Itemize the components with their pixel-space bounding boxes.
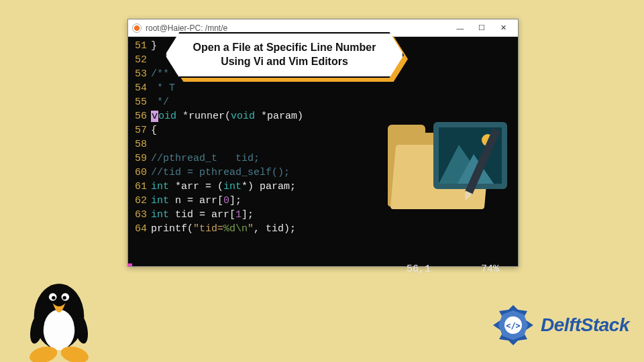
svg-point-5: [62, 296, 66, 299]
delftstack-logo: </> DelftStack: [491, 303, 629, 347]
maximize-button[interactable]: ☐: [471, 20, 492, 36]
title-banner: Open a File at Specific Line Number Usin…: [165, 32, 404, 78]
scroll-percent: 74%: [481, 262, 499, 276]
delftstack-text: DelftStack: [541, 314, 629, 336]
window-title: root@Haier-PC: /mnt/e: [146, 23, 449, 33]
svg-point-1: [44, 310, 75, 351]
code-line: 64printf("tid=%d\n", tid);: [131, 222, 515, 236]
cursor-position: 56,1: [407, 262, 431, 276]
banner-line-1: Open a File at Specific Line Number: [193, 41, 376, 55]
code-line: 55 */: [131, 95, 515, 109]
window-controls: — ☐ ✕: [449, 20, 514, 36]
folder-image-graphic: [386, 127, 500, 221]
delftstack-badge-icon: </>: [491, 303, 535, 347]
svg-point-4: [52, 296, 55, 299]
code-line: 54 * T: [131, 81, 515, 95]
ubuntu-icon: [132, 23, 142, 33]
cursor-indicator: [128, 263, 132, 266]
svg-text:</>: </>: [506, 321, 521, 330]
tux-linux-icon: [19, 274, 99, 362]
minimize-button[interactable]: —: [449, 20, 471, 36]
banner-line-2: Using Vi and Vim Editors: [221, 55, 348, 69]
close-button[interactable]: ✕: [492, 20, 514, 36]
code-line: 56void *runner(void *param): [131, 109, 515, 123]
